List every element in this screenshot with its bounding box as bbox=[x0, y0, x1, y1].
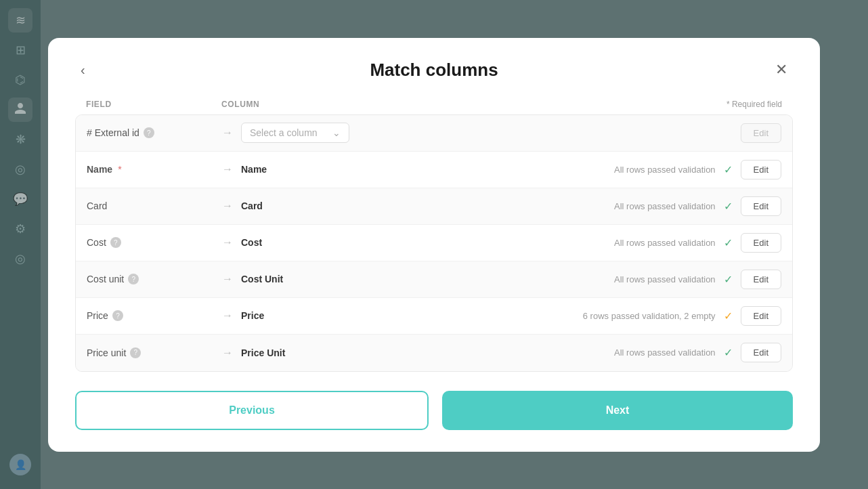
column-select: Select a column ⌄ bbox=[241, 123, 363, 143]
arrow-icon: → bbox=[222, 163, 233, 175]
arrow-icon: → bbox=[222, 236, 233, 249]
field-label: Cost unit bbox=[87, 274, 124, 284]
edit-button: Edit bbox=[741, 123, 781, 143]
validation-text: All rows passed validation bbox=[349, 238, 724, 248]
field-external-id: # External id ? bbox=[87, 127, 222, 138]
back-icon: ‹ bbox=[81, 62, 85, 78]
validation-text: All rows passed validation bbox=[349, 274, 724, 284]
table-row: # External id ? → Select a column ⌄ ✓ Ed… bbox=[76, 115, 792, 152]
help-icon[interactable]: ? bbox=[130, 347, 141, 358]
table-row: Card → Card All rows passed validation ✓… bbox=[76, 188, 792, 225]
edit-button[interactable]: Edit bbox=[741, 196, 781, 216]
field-name: Name * bbox=[87, 164, 222, 175]
validation-checkmark-icon: ✓ bbox=[724, 200, 733, 213]
help-icon[interactable]: ? bbox=[110, 237, 121, 248]
field-label: Price bbox=[87, 310, 108, 321]
previous-button[interactable]: Previous bbox=[75, 391, 429, 430]
column-value: Cost bbox=[241, 237, 349, 248]
column-headers: FIELD COLUMN * Required field bbox=[75, 100, 793, 114]
field-price: Price ? bbox=[87, 310, 222, 321]
edit-button[interactable]: Edit bbox=[741, 343, 781, 362]
next-button[interactable]: Next bbox=[442, 391, 793, 430]
field-card: Card bbox=[87, 200, 222, 211]
field-label: Name bbox=[87, 164, 112, 175]
field-cost: Cost ? bbox=[87, 237, 222, 248]
column-value: Name bbox=[241, 164, 349, 175]
table-row: Name * → Name All rows passed validation… bbox=[76, 152, 792, 188]
column-value: Card bbox=[241, 200, 349, 211]
field-header: FIELD bbox=[86, 100, 221, 109]
arrow-icon: → bbox=[222, 273, 233, 285]
validation-text: All rows passed validation bbox=[349, 165, 724, 175]
select-column-dropdown[interactable]: Select a column ⌄ bbox=[241, 123, 349, 143]
validation-text: All rows passed validation bbox=[349, 347, 724, 358]
required-header: * Required field bbox=[726, 100, 782, 109]
validation-text: All rows passed validation bbox=[349, 201, 724, 211]
validation-text: 6 rows passed validation, 2 empty bbox=[349, 311, 724, 321]
table-row: Price ? → Price 6 rows passed validation… bbox=[76, 298, 792, 335]
field-cost-unit: Cost unit ? bbox=[87, 274, 222, 284]
chevron-down-icon: ⌄ bbox=[332, 127, 341, 138]
table-row: Cost unit ? → Cost Unit All rows passed … bbox=[76, 261, 792, 298]
column-value: Price bbox=[241, 310, 349, 321]
edit-button[interactable]: Edit bbox=[741, 160, 781, 179]
validation-checkmark-icon: ✓ bbox=[724, 346, 733, 359]
field-label: Card bbox=[87, 200, 107, 211]
field-label: Price unit bbox=[87, 347, 126, 358]
help-icon[interactable]: ? bbox=[144, 127, 154, 138]
arrow-icon: → bbox=[222, 200, 233, 212]
arrow-icon: → bbox=[222, 127, 233, 139]
help-icon[interactable]: ? bbox=[112, 310, 123, 321]
arrow-icon: → bbox=[222, 347, 233, 359]
validation-checkmark-icon: ✓ bbox=[724, 163, 733, 176]
rows-container: # External id ? → Select a column ⌄ ✓ Ed… bbox=[75, 114, 793, 372]
column-value: Price Unit bbox=[241, 347, 349, 358]
field-price-unit: Price unit ? bbox=[87, 347, 222, 358]
match-columns-modal: ‹ Match columns ✕ FIELD COLUMN * Require… bbox=[48, 38, 820, 452]
validation-warning-icon: ✓ bbox=[724, 310, 733, 322]
column-header: COLUMN bbox=[221, 100, 726, 109]
back-button[interactable]: ‹ bbox=[75, 60, 91, 81]
help-icon[interactable]: ? bbox=[128, 274, 139, 284]
table-row: Cost ? → Cost All rows passed validation… bbox=[76, 225, 792, 261]
field-label: Cost bbox=[87, 237, 106, 248]
edit-button[interactable]: Edit bbox=[741, 270, 781, 289]
required-star: * bbox=[118, 164, 121, 175]
table-row: Price unit ? → Price Unit All rows passe… bbox=[76, 335, 792, 371]
edit-button[interactable]: Edit bbox=[741, 233, 781, 253]
arrow-icon: → bbox=[222, 310, 233, 322]
close-button[interactable]: ✕ bbox=[770, 58, 793, 81]
modal-header: ‹ Match columns ✕ bbox=[75, 60, 793, 81]
field-label: # External id bbox=[87, 127, 139, 138]
close-icon: ✕ bbox=[775, 61, 787, 79]
modal-title: Match columns bbox=[370, 60, 498, 81]
edit-button[interactable]: Edit bbox=[741, 306, 781, 326]
modal-footer: Previous Next bbox=[75, 391, 793, 430]
column-value: Cost Unit bbox=[241, 274, 349, 284]
validation-checkmark-icon: ✓ bbox=[724, 273, 733, 286]
select-placeholder: Select a column bbox=[250, 127, 318, 138]
validation-checkmark-icon: ✓ bbox=[724, 236, 733, 249]
modal-overlay: ‹ Match columns ✕ FIELD COLUMN * Require… bbox=[0, 0, 868, 489]
